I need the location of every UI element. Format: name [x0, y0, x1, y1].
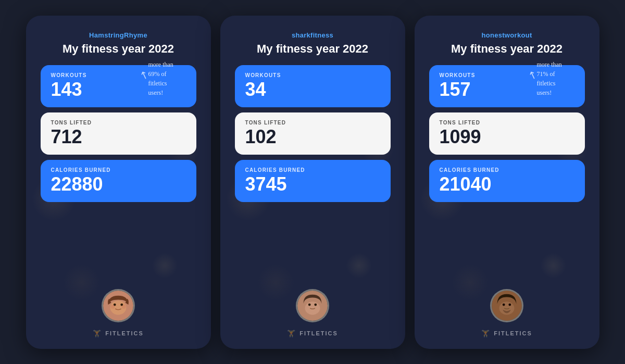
fitness-card-3: honestworkout My fitness year 2022 WORKO… — [415, 16, 599, 349]
brand-2: 🏋️ FITLETICS — [287, 330, 338, 337]
workouts-value-2: 34 — [245, 80, 266, 99]
tons-stat-2: TONS LIFTED 102 — [235, 112, 391, 155]
tons-label-1: TONS LIFTED — [51, 120, 92, 125]
tons-stat-1: TONS LIFTED 712 — [41, 112, 196, 155]
svg-point-13 — [508, 303, 511, 306]
avatar-2 — [296, 289, 329, 322]
calories-label-3: CALORIES BURNED — [440, 167, 499, 173]
brand-label-1: FITLETICS — [105, 330, 144, 336]
username-3: honestworkout — [481, 31, 532, 39]
workouts-wrapper-1: WORKOUTS 143 more than69% offitleticsuse… — [41, 65, 196, 107]
workouts-label-2: WORKOUTS — [245, 72, 281, 78]
handwriting-note-3: more than71% offitleticsusers! — [537, 60, 594, 97]
fitness-card-2: sharkfitness My fitness year 2022 WORKOU… — [220, 16, 405, 349]
workouts-value-3: 157 — [440, 80, 471, 99]
tons-label-3: TONS LIFTED — [440, 120, 481, 125]
stats-area-3: WORKOUTS 157 more than71% offitleticsuse… — [429, 65, 585, 202]
calories-label-2: CALORIES BURNED — [245, 167, 305, 173]
card-title-1: My fitness year 2022 — [63, 42, 174, 56]
stats-area-2: WORKOUTS 34 TONS LIFTED 102 CALORIES BUR… — [235, 65, 391, 202]
stats-area-1: WORKOUTS 143 more than69% offitleticsuse… — [41, 65, 196, 202]
calories-stat-2: CALORIES BURNED 3745 — [235, 160, 391, 202]
workouts-value-1: 143 — [51, 80, 82, 99]
avatar-3 — [490, 289, 523, 322]
svg-point-5 — [122, 305, 126, 309]
workouts-stat-2: WORKOUTS 34 — [235, 65, 391, 107]
avatar-section-3: 🏋️ FITLETICS — [481, 279, 532, 337]
username-2: sharkfitness — [292, 31, 333, 39]
tons-label-2: TONS LIFTED — [245, 120, 286, 125]
svg-point-8 — [308, 303, 311, 306]
calories-value-3: 21040 — [440, 175, 492, 194]
avatar-face-1 — [103, 291, 133, 321]
workouts-wrapper-2: WORKOUTS 34 — [235, 65, 391, 107]
username-1: HamstringRhyme — [89, 31, 147, 39]
svg-point-7 — [305, 302, 320, 315]
avatar-1 — [102, 289, 135, 322]
workouts-wrapper-3: WORKOUTS 157 more than71% offitleticsuse… — [429, 65, 585, 107]
avatar-section-2: 🏋️ FITLETICS — [287, 279, 338, 337]
dumbbell-icon-1: 🏋️ — [93, 330, 102, 337]
dumbbell-icon-2: 🏋️ — [287, 330, 296, 337]
calories-value-2: 3745 — [245, 175, 287, 194]
workouts-label-1: WORKOUTS — [51, 72, 87, 78]
svg-point-12 — [503, 303, 505, 306]
brand-label-3: FITLETICS — [494, 330, 532, 336]
card-title-3: My fitness year 2022 — [451, 42, 562, 56]
tons-value-2: 102 — [245, 128, 277, 146]
dumbbell-icon-3: 🏋️ — [481, 330, 491, 337]
tons-stat-3: TONS LIFTED 1099 — [429, 112, 585, 155]
calories-stat-3: CALORIES BURNED 21040 — [429, 160, 585, 202]
calories-label-1: CALORIES BURNED — [51, 167, 111, 173]
workouts-label-3: WORKOUTS — [440, 72, 476, 78]
tons-value-1: 712 — [51, 128, 82, 146]
card-title-2: My fitness year 2022 — [257, 42, 368, 56]
avatar-face-2 — [297, 291, 328, 321]
handwriting-note-1: more than69% offitleticsusers! — [148, 60, 206, 97]
tons-value-3: 1099 — [440, 128, 481, 146]
svg-point-4 — [110, 305, 115, 309]
fitness-card-1: HamstringRhyme My fitness year 2022 WORK… — [26, 16, 211, 349]
avatar-section-1: 🏋️ FITLETICS — [93, 279, 144, 337]
calories-value-1: 22880 — [51, 175, 103, 194]
brand-1: 🏋️ FITLETICS — [93, 330, 144, 337]
calories-stat-1: CALORIES BURNED 22880 — [41, 160, 196, 202]
avatar-face-3 — [492, 291, 522, 321]
brand-3: 🏋️ FITLETICS — [481, 330, 532, 337]
svg-point-9 — [314, 303, 317, 306]
brand-label-2: FITLETICS — [299, 330, 338, 336]
